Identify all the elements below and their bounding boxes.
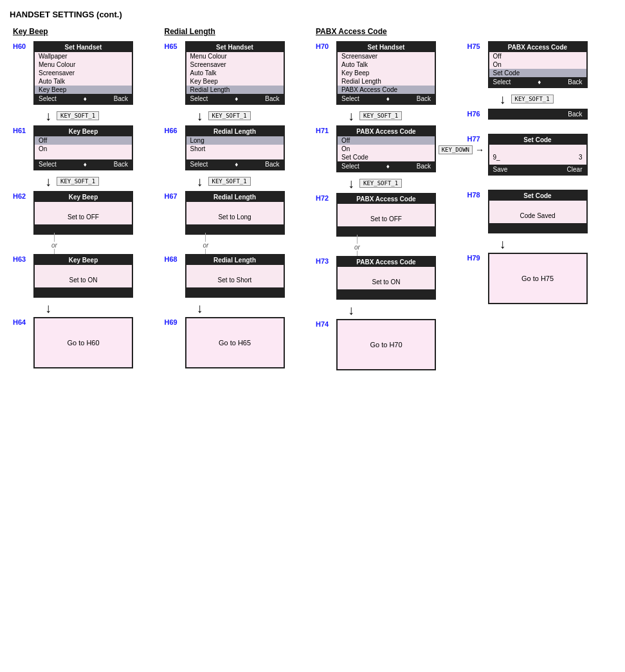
column-setcode: H75 PABX Access Code Off On Set Code Sel…: [464, 27, 616, 304]
screen-H71-wrapper: PABX Access Code Off On Set Code Select …: [336, 125, 436, 172]
arrow-H60-H61: ↓ KEY_SOFT_1: [13, 106, 158, 125]
label-H70: H70: [316, 42, 334, 50]
screen-H77-save[interactable]: Save: [493, 166, 508, 173]
screen-H71-select[interactable]: Select: [341, 163, 359, 170]
screen-H62: Key Beep Set to OFF: [33, 191, 133, 235]
step-H65: H65 Set Handset Menu Colour Screensaver …: [165, 41, 310, 105]
screen-H60-item1: Wallpaper: [35, 52, 132, 60]
key-soft1-4: KEY_SOFT_1: [208, 177, 251, 186]
screen-H65-diamond: ♦: [235, 95, 238, 102]
column-pabx: PABX Access Code H70 Set Handset Screens…: [312, 27, 464, 370]
screen-H65: Set Handset Menu Colour Screensaver Auto…: [185, 41, 285, 105]
screen-H61-on: On: [35, 145, 132, 153]
screen-H75-header: PABX Access Code: [489, 42, 586, 52]
label-H74: H74: [316, 320, 334, 328]
screen-H77-clear[interactable]: Clear: [567, 166, 583, 173]
screen-H66-long: Long: [186, 136, 284, 145]
or-branch-2: or: [165, 236, 310, 254]
screen-H75-select[interactable]: Select: [493, 78, 511, 86]
screen-H61: Key Beep Off On Select ♦ Back: [33, 125, 133, 170]
screen-H70-item4: Redial Length: [338, 77, 435, 86]
label-H62: H62: [13, 192, 31, 200]
or-branch-3: or: [316, 238, 461, 256]
screen-H71-off: Off: [338, 136, 435, 145]
screen-H60-item4: Auto Talk: [35, 77, 132, 86]
screen-H78: Set Code Code Saved: [488, 190, 588, 233]
screen-H61-header: Key Beep: [35, 127, 132, 136]
screen-H70-select[interactable]: Select: [341, 95, 359, 102]
screen-H61-back[interactable]: Back: [114, 161, 128, 168]
step-H75: H75 PABX Access Code Off On Set Code Sel…: [467, 41, 613, 88]
label-H67: H67: [165, 192, 183, 200]
step-H67: H67 Redial Length Set to Long: [165, 191, 310, 235]
label-H78: H78: [467, 191, 485, 199]
label-H64: H64: [13, 318, 31, 326]
screen-H73-text: Set to ON: [338, 267, 435, 289]
screen-H60-back[interactable]: Back: [114, 95, 128, 102]
screen-H66-select[interactable]: Select: [190, 161, 208, 168]
screen-H68-header: Redial Length: [186, 255, 284, 265]
screen-H66-spacer: [186, 153, 284, 159]
screen-H66: Redial Length Long Short Select ♦ Back: [185, 125, 285, 170]
label-H71: H71: [316, 127, 334, 134]
screen-H60-select[interactable]: Select: [39, 95, 57, 102]
screen-H72-text: Set to OFF: [338, 204, 435, 226]
screen-H65-header: Set Handset: [186, 42, 284, 52]
screen-H75-back[interactable]: Back: [568, 78, 582, 86]
step-H60: H60 Set Handset Wallpaper Menu Colour Sc…: [13, 41, 158, 105]
step-H61: H61 Key Beep Off On Select ♦ Back: [13, 125, 158, 170]
screen-H75-on: On: [489, 60, 586, 69]
screen-H60-header: Set Handset: [35, 42, 132, 52]
key-down-indicator: KEY_DOWN →: [439, 145, 484, 155]
step-H73: H73 PABX Access Code Set to ON: [316, 256, 461, 300]
screen-H76-back[interactable]: Back: [568, 111, 582, 118]
screen-H78-text: Code Saved: [489, 201, 586, 223]
screen-H66-back[interactable]: Back: [265, 161, 279, 168]
screen-H65-item3: Auto Talk: [186, 69, 284, 77]
arrow-H66-H67: ↓ KEY_SOFT_1: [165, 172, 310, 191]
key-soft1-6: KEY_SOFT_1: [359, 179, 402, 188]
screen-H65-item2: Screensaver: [186, 60, 284, 69]
screen-H60: Set Handset Wallpaper Menu Colour Screen…: [33, 41, 133, 105]
screen-H73-footer-bar: [338, 289, 435, 298]
screen-H66-diamond: ♦: [235, 161, 238, 168]
screen-H71-on: On: [338, 145, 435, 153]
screen-H76-bar: Back: [488, 109, 588, 120]
or-label-1: or: [51, 242, 57, 249]
screen-H70-back[interactable]: Back: [417, 95, 431, 102]
screen-H78-header: Set Code: [489, 191, 586, 201]
screen-H65-select[interactable]: Select: [190, 95, 208, 102]
screen-H77-footer: Save Clear: [489, 165, 586, 174]
label-H60: H60: [13, 42, 31, 50]
screen-H72-header: PABX Access Code: [338, 194, 435, 204]
step-H68: H68 Redial Length Set to Short: [165, 254, 310, 298]
screen-H67: Redial Length Set to Long: [185, 191, 285, 235]
label-H72: H72: [316, 194, 334, 202]
arrow-H71-H72: ↓ KEY_SOFT_1: [316, 174, 461, 193]
screen-H66-short: Short: [186, 145, 284, 153]
label-H66: H66: [165, 127, 183, 134]
screen-H63-header: Key Beep: [35, 255, 132, 265]
screen-H71-back[interactable]: Back: [417, 163, 431, 170]
goto-H64: Go to H60: [33, 317, 133, 368]
arrow-H63-H64: ↓: [13, 299, 158, 317]
label-H79: H79: [467, 254, 485, 262]
step-H69: H69 Go to H65: [165, 317, 310, 368]
or-label-3: or: [354, 244, 360, 251]
branch-line-top-1: [54, 233, 55, 242]
screen-H60-item5-selected: Key Beep: [35, 86, 132, 94]
screen-H68: Redial Length Set to Short: [185, 254, 285, 298]
step-H74: H74 Go to H70: [316, 319, 461, 370]
branch-line-top-2: [205, 233, 206, 242]
screen-H65-back[interactable]: Back: [265, 95, 279, 102]
step-H79: H79 Go to H75: [467, 253, 613, 304]
screen-H77-header: Set Code: [489, 135, 586, 145]
label-H68: H68: [165, 255, 183, 263]
screen-H61-select[interactable]: Select: [39, 161, 57, 168]
key-down-label: KEY_DOWN: [439, 145, 473, 154]
screen-H65-item5-selected: Redial Length: [186, 86, 284, 94]
screen-H70-item3: Key Beep: [338, 69, 435, 77]
screen-H66-header: Redial Length: [186, 127, 284, 136]
step-H62: H62 Key Beep Set to OFF: [13, 191, 158, 235]
arrow-H61-H62: ↓ KEY_SOFT_1: [13, 172, 158, 191]
